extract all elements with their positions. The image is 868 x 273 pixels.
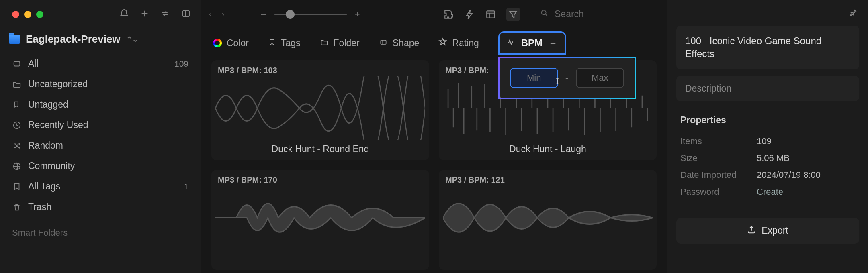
bpm-filter-popover: -: [498, 57, 636, 99]
description-field[interactable]: Description: [676, 76, 859, 101]
pin-icon[interactable]: [849, 8, 858, 18]
sidebar-item-label: All: [28, 58, 39, 69]
sidebar-item-label: All Tags: [28, 181, 60, 192]
library-name: Eaglepack-Preview: [26, 33, 121, 45]
asset-collection-title[interactable]: 100+ Iconic Video Game Sound Effects: [676, 26, 859, 69]
waveform-preview: [443, 186, 653, 250]
library-folder-icon: [9, 35, 20, 44]
bookmark-icon: [12, 182, 22, 191]
sidebar-item-uncategorized[interactable]: Uncategorized: [6, 74, 195, 94]
zoom-slider[interactable]: [274, 14, 347, 15]
star-icon: [438, 37, 447, 49]
chevron-updown-icon: ⌃⌄: [126, 35, 138, 44]
search-bar[interactable]: Search: [534, 6, 659, 23]
library-selector[interactable]: Eaglepack-Preview ⌃⌄: [9, 33, 192, 45]
sidebar: Eaglepack-Preview ⌃⌄ All 109 Uncategoriz…: [0, 0, 201, 273]
all-icon: [12, 59, 22, 68]
filter-rating[interactable]: Rating: [438, 37, 479, 49]
minimize-window-button[interactable]: [24, 11, 31, 18]
folder-icon: [320, 38, 329, 49]
property-row-size: Size 5.06 MB: [680, 150, 855, 167]
sidebar-item-label: Untagged: [28, 99, 68, 110]
sidebar-item-untagged[interactable]: Untagged: [6, 94, 195, 115]
sidebar-item-label: Trash: [28, 202, 51, 212]
sidebar-item-label: Uncategorized: [28, 79, 88, 90]
sidebar-item-count: 1: [184, 182, 188, 192]
sidebar-item-random[interactable]: Random: [6, 135, 195, 156]
sync-icon[interactable]: [160, 9, 170, 20]
filter-shape[interactable]: Shape: [379, 38, 420, 49]
waveform-preview: [215, 186, 425, 250]
waveform-preview: [215, 76, 425, 140]
inspector-panel: 100+ Iconic Video Game Sound Effects Des…: [667, 0, 868, 273]
search-icon: [540, 9, 549, 20]
svg-rect-0: [183, 11, 190, 17]
svg-point-5: [542, 10, 546, 14]
nav-forward-button[interactable]: ›: [221, 9, 224, 20]
filter-bpm-active[interactable]: BPM ＋: [498, 31, 566, 55]
filter-color[interactable]: Color: [213, 38, 249, 49]
search-placeholder: Search: [555, 9, 584, 20]
svg-rect-6: [381, 40, 386, 44]
asset-card[interactable]: MP3 / BPM: 170: [211, 170, 429, 270]
bpm-max-input[interactable]: [576, 68, 624, 88]
folder-icon: [12, 80, 22, 89]
range-dash: -: [565, 72, 569, 84]
zoom-out-button[interactable]: −: [261, 9, 266, 20]
property-row-password: Password Create: [680, 183, 855, 200]
globe-icon: [12, 162, 22, 171]
svg-rect-1: [14, 61, 20, 66]
waveform-icon: [507, 38, 516, 48]
sidebar-item-all[interactable]: All 109: [6, 53, 195, 74]
property-row-date: Date Imported 2024/07/19 8:00: [680, 167, 855, 183]
lightning-icon[interactable]: [465, 9, 475, 20]
fullscreen-window-button[interactable]: [36, 11, 43, 18]
extension-icon[interactable]: [444, 9, 454, 20]
sidebar-item-label: Random: [28, 140, 63, 151]
asset-card[interactable]: MP3 / BPM: 121: [439, 170, 657, 270]
notifications-icon[interactable]: [119, 9, 129, 20]
asset-title: Duck Hunt - Round End: [211, 144, 429, 155]
shuffle-icon: [12, 141, 22, 150]
shape-icon: [379, 38, 388, 49]
sidebar-item-trash[interactable]: Trash: [6, 197, 195, 217]
export-icon: [747, 225, 756, 236]
property-row-items: Items 109: [680, 133, 855, 150]
sidebar-item-label: Recently Used: [28, 120, 88, 130]
smart-folders-header[interactable]: Smart Folders: [0, 217, 201, 241]
clock-icon: [12, 121, 22, 130]
export-button[interactable]: Export: [676, 218, 859, 244]
layout-icon[interactable]: [485, 9, 496, 20]
sidebar-item-alltags[interactable]: All Tags 1: [6, 176, 195, 197]
sidebar-toggle-icon[interactable]: [181, 9, 191, 20]
asset-card[interactable]: MP3 / BPM: 103 Duck Hunt - Round End: [211, 60, 429, 160]
filter-tags[interactable]: Tags: [268, 38, 301, 49]
filter-icon[interactable]: [506, 8, 520, 21]
sidebar-item-label: Community: [28, 161, 75, 171]
bookmark-icon: [268, 38, 276, 49]
main-content: ‹ › − + Search Color Tags: [201, 0, 667, 273]
window-controls: [0, 6, 201, 22]
properties-heading: Properties: [680, 115, 855, 126]
properties-section: Properties Items 109 Size 5.06 MB Date I…: [667, 104, 868, 211]
bpm-min-input[interactable]: [510, 68, 558, 88]
sidebar-item-recent[interactable]: Recently Used: [6, 115, 195, 135]
zoom-thumb[interactable]: [286, 10, 295, 19]
sidebar-nav: All 109 Uncategorized Untagged Recently …: [0, 53, 201, 217]
zoom-in-button[interactable]: +: [355, 9, 360, 20]
sidebar-item-community[interactable]: Community: [6, 156, 195, 176]
color-ring-icon: [213, 39, 222, 47]
tag-icon: [12, 100, 22, 109]
sidebar-item-count: 109: [174, 59, 188, 69]
create-password-link[interactable]: Create: [757, 187, 783, 197]
filter-folder[interactable]: Folder: [320, 38, 360, 49]
close-window-button[interactable]: [12, 11, 19, 18]
top-toolbar: ‹ › − + Search: [201, 0, 667, 29]
svg-rect-4: [487, 11, 495, 18]
trash-icon: [12, 203, 22, 212]
export-label: Export: [762, 225, 788, 236]
add-icon[interactable]: [140, 9, 149, 20]
nav-back-button[interactable]: ‹: [209, 9, 212, 20]
asset-badge: MP3 / BPM: 121: [445, 175, 505, 185]
add-filter-icon[interactable]: ＋: [548, 37, 558, 49]
